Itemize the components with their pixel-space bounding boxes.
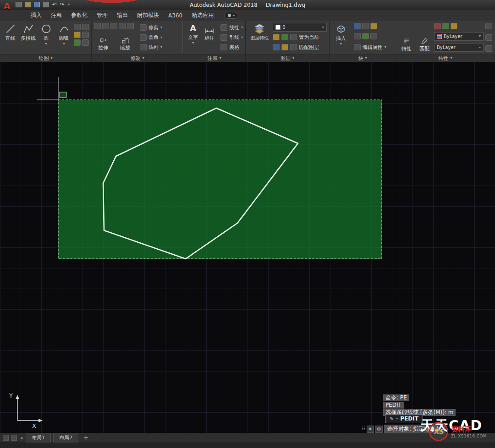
color-swatch xyxy=(437,34,442,39)
panel-properties-label[interactable]: 特性 ▾ xyxy=(396,54,495,62)
application-menu-button[interactable]: A xyxy=(1,0,12,11)
layer-select-dropdown[interactable]: 0 ▾ xyxy=(273,23,327,32)
layer-tool-icon[interactable] xyxy=(281,34,288,40)
fillet-icon xyxy=(140,34,147,41)
text-tool-button[interactable]: A 文字 ▾ xyxy=(186,22,200,53)
trim-tool-button[interactable]: 修剪 ▾ xyxy=(140,23,162,32)
active-command-name: PEDIT xyxy=(400,415,418,422)
move-tool-icon[interactable] xyxy=(94,23,101,29)
cursor-pickbox xyxy=(60,92,66,98)
circle-tool-button[interactable]: 圆 ▾ xyxy=(38,22,54,53)
tab-manage[interactable]: 管理 xyxy=(93,10,112,21)
match-layer-button[interactable]: 匹配图层 xyxy=(273,43,327,52)
block-tool-icon[interactable] xyxy=(370,33,377,39)
arc-tool-button[interactable]: 圆弧 ▾ xyxy=(56,22,72,53)
block-tool-icon[interactable] xyxy=(362,33,369,39)
layer-tool-icon[interactable] xyxy=(281,44,288,50)
ellipse-tool-icon[interactable] xyxy=(82,24,89,30)
record-dot-icon xyxy=(228,14,231,17)
leader-button[interactable]: 引线 ▾ xyxy=(220,33,243,42)
color-bylayer-dropdown[interactable]: ByLayer ▾ xyxy=(434,32,484,41)
ribbon: 直线 多段线 圆 ▾ 圆弧 ▾ xyxy=(0,21,495,62)
rotate-tool-icon[interactable] xyxy=(110,23,117,29)
polyline-tool-button[interactable]: 多段线 xyxy=(20,22,36,53)
linetype-bylayer-dropdown[interactable]: ByLayer ▾ xyxy=(434,43,484,52)
tab-featured-apps[interactable]: 精选应用 xyxy=(187,10,218,21)
insert-block-button[interactable]: 插入 ▾ xyxy=(332,22,350,53)
layer-tool-icon[interactable] xyxy=(290,44,297,50)
lineweight-tool-icon[interactable] xyxy=(451,23,457,29)
dimension-tool-button[interactable]: 标注 xyxy=(202,22,217,53)
chevron-down-icon: ▾ xyxy=(50,56,52,60)
stretch-icon xyxy=(99,36,107,44)
hatch-tool-icon[interactable] xyxy=(74,32,81,38)
command-history: 命令: PE PEDIT 选择多段线或 [多条(M)]: m xyxy=(383,394,456,416)
table-button[interactable]: 表格 xyxy=(220,43,243,52)
color-tool-icon[interactable] xyxy=(434,23,441,29)
block-tool-icon[interactable] xyxy=(370,23,377,29)
chevron-down-icon: ▾ xyxy=(192,41,194,45)
scale-tool-button[interactable]: 缩放 xyxy=(116,36,134,52)
window-title: Autodesk AutoCAD 2018 Drawing1.dwg xyxy=(0,2,495,8)
region-tool-icon[interactable] xyxy=(82,39,89,46)
tab-insert[interactable]: 插入 xyxy=(27,10,46,21)
panel-block-label[interactable]: 块 ▾ xyxy=(330,54,396,62)
rectangle-tool-icon[interactable] xyxy=(74,24,81,30)
layer-properties-button[interactable]: 图层特性 xyxy=(248,22,271,53)
add-layout-button[interactable]: + xyxy=(81,434,91,441)
array-tool-button[interactable]: 阵列 ▾ xyxy=(140,43,162,52)
drawing-canvas[interactable]: Y X 命令: PE PEDIT 选择多段线或 [多条(M)]: m ✎ ▾ P… xyxy=(0,62,495,433)
erase-tool-icon[interactable] xyxy=(127,23,134,29)
linetype-tool-icon[interactable] xyxy=(442,23,449,29)
customize-wrench-icon[interactable]: ⚙ xyxy=(375,426,383,433)
tab-a360[interactable]: A360 xyxy=(164,11,187,20)
stretch-tool-button[interactable]: 拉伸 xyxy=(94,36,112,52)
ucs-x-label: X xyxy=(32,422,36,429)
tab-annotate[interactable]: 注释 xyxy=(47,10,66,21)
linear-dim-button[interactable]: 线性 ▾ xyxy=(220,23,243,32)
line-tool-button[interactable]: 直线 xyxy=(2,22,18,53)
list-view-icon[interactable] xyxy=(485,34,492,41)
edit-attributes-button[interactable]: 编辑属性 ▾ xyxy=(354,43,393,52)
set-current-layer-button[interactable]: 置为当前 xyxy=(273,33,327,42)
tab-parametric[interactable]: 参数化 xyxy=(67,10,92,21)
chevron-down-icon: ▾ xyxy=(450,56,452,60)
panel-annotate-label[interactable]: 注释 ▾ xyxy=(183,54,245,62)
chevron-down-icon: ▾ xyxy=(233,13,235,17)
drag-handle-icon[interactable]: ⠿ xyxy=(362,426,365,432)
list-view-icon[interactable] xyxy=(485,23,492,29)
ribbon-display-toggle[interactable]: ▾ xyxy=(224,12,238,19)
match-properties-button[interactable]: 匹配 xyxy=(417,22,432,53)
panel-properties: 特性 匹配 ByLayer ▾ xyxy=(396,21,495,62)
tab-layout1[interactable]: 布局1 xyxy=(26,433,51,443)
tab-addins[interactable]: 附加模块 xyxy=(133,10,163,21)
chevron-down-icon: ▾ xyxy=(396,417,398,421)
properties-button[interactable]: 特性 xyxy=(398,22,415,53)
insert-block-icon xyxy=(336,23,346,34)
text-icon: A xyxy=(190,23,196,33)
fillet-tool-button[interactable]: 圆角 ▾ xyxy=(140,33,162,42)
spline-tool-icon[interactable] xyxy=(82,32,89,38)
tab-output[interactable]: 输出 xyxy=(113,10,132,21)
autocad-logo: A xyxy=(4,1,11,11)
paper-space-icon[interactable] xyxy=(11,435,17,441)
panel-modify-label[interactable]: 修改 ▾ xyxy=(92,54,183,62)
point-tool-icon[interactable] xyxy=(74,39,81,46)
panel-draw-label[interactable]: 绘图 ▾ xyxy=(0,54,91,62)
layout-nav-left-icon[interactable]: ◂ xyxy=(19,435,23,440)
layer-tool-icon[interactable] xyxy=(273,34,280,40)
layer-tool-icon[interactable] xyxy=(290,34,297,40)
block-tool-icon[interactable] xyxy=(354,23,361,29)
copy-tool-icon[interactable] xyxy=(102,23,109,29)
block-tool-icon[interactable] xyxy=(362,23,369,29)
layer-tool-icon[interactable] xyxy=(273,44,280,50)
command-history-line: PEDIT xyxy=(383,402,404,409)
floating-command-label[interactable]: ✎ ▾ PEDIT xyxy=(385,414,423,423)
list-view-icon[interactable] xyxy=(485,45,492,52)
tab-layout2[interactable]: 布局2 xyxy=(53,433,78,443)
mirror-tool-icon[interactable] xyxy=(119,23,126,29)
panel-layers-label[interactable]: 图层 ▾ xyxy=(246,54,329,62)
close-icon[interactable]: ✕ xyxy=(367,426,374,433)
model-space-icon[interactable] xyxy=(3,435,9,441)
block-tool-icon[interactable] xyxy=(354,33,361,39)
